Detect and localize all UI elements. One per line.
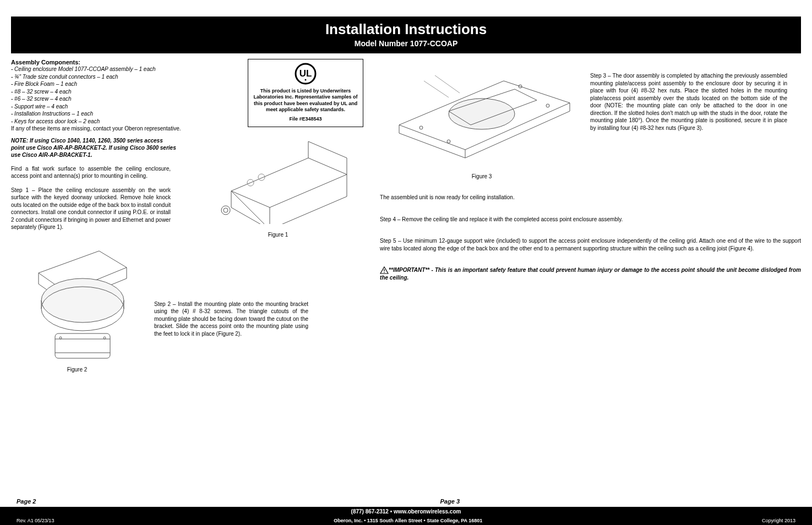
figure-2-drawing — [17, 240, 138, 367]
assembled-text: The assembled unit is now ready for ceil… — [380, 194, 801, 201]
step4-text: Step 4 – Remove the ceiling tile and rep… — [380, 216, 801, 223]
svg-point-3 — [221, 206, 230, 215]
figure-3-label: Figure 3 — [380, 173, 584, 179]
svg-point-7 — [41, 278, 124, 322]
page-3-label: Page 3 — [440, 498, 460, 505]
figure-3-drawing — [383, 59, 581, 169]
left-column: Assembly Components: - Ceiling enclosure… — [11, 59, 374, 383]
important-warning: **IMPORTANT** - This is an important saf… — [380, 266, 801, 282]
step2-text: Step 2 – Install the mounting plate onto… — [154, 300, 308, 338]
footer-contact-bar: (877) 867-2312 • www.oberonwireless.com — [0, 507, 812, 516]
ul-cert-box: UL This product is Listed by Underwriter… — [248, 59, 363, 127]
svg-point-12 — [449, 99, 515, 129]
footer-rev: Rev. A1 05/23/13 — [17, 518, 54, 523]
figure-2-label: Figure 2 — [67, 367, 88, 373]
ul-file: File #E348543 — [253, 116, 358, 122]
right-upper-row: Figure 3 Step 3 – The door assembly is c… — [380, 59, 801, 179]
footer-info-bar: Rev. A1 05/23/13 Oberon, Inc. • 1315 Sou… — [0, 516, 812, 525]
figure-2: Figure 2 — [11, 240, 143, 383]
step2-block: Step 2 – Install the mounting plate onto… — [143, 240, 308, 383]
svg-rect-9 — [55, 333, 110, 358]
step1-text: Step 1 – Place the ceiling enclosure ass… — [11, 187, 171, 231]
svg-point-18 — [384, 272, 385, 274]
page-2-label: Page 2 — [17, 498, 36, 505]
step5-text: Step 5 – Use minimum 12-gauge support wi… — [380, 237, 801, 252]
step3-text: Step 3 – The door assembly is completed … — [584, 59, 787, 179]
title-bar: Installation Instructions Model Number 1… — [11, 17, 801, 53]
left-lower-row: Figure 2 Step 2 – Install the mounting p… — [11, 240, 363, 383]
figure-1: Figure 1 — [193, 125, 363, 238]
cisco-note: NOTE: If using Cisco 1040, 1140, 1260, 3… — [11, 137, 176, 158]
right-column: Figure 3 Step 3 – The door assembly is c… — [374, 59, 801, 383]
svg-text:UL: UL — [299, 68, 312, 79]
content-area: Assembly Components: - Ceiling enclosure… — [0, 53, 812, 389]
figure-1-label: Figure 1 — [193, 232, 363, 238]
page-labels: Page 2 Page 3 — [0, 498, 812, 507]
intro-text: Find a flat work surface to assemble the… — [11, 165, 171, 180]
footer: Page 2 Page 3 (877) 867-2312 • www.obero… — [0, 498, 812, 525]
important-text: **IMPORTANT** - This is an important saf… — [380, 267, 801, 281]
ul-text: This product is Listed by Underwriters L… — [253, 88, 358, 113]
figure-1-drawing — [198, 125, 358, 224]
doc-title: Installation Instructions — [11, 21, 801, 38]
footer-copyright: Copyright 2013 — [762, 518, 795, 523]
figure-3: Figure 3 — [380, 59, 584, 179]
doc-subtitle: Model Number 1077-CCOAP — [11, 39, 801, 48]
ul-logo-icon: UL — [295, 63, 317, 85]
footer-address: Oberon, Inc. • 1315 South Allen Street •… — [334, 518, 482, 523]
svg-point-4 — [224, 208, 228, 212]
warning-icon — [380, 266, 389, 274]
svg-point-2 — [305, 79, 307, 81]
